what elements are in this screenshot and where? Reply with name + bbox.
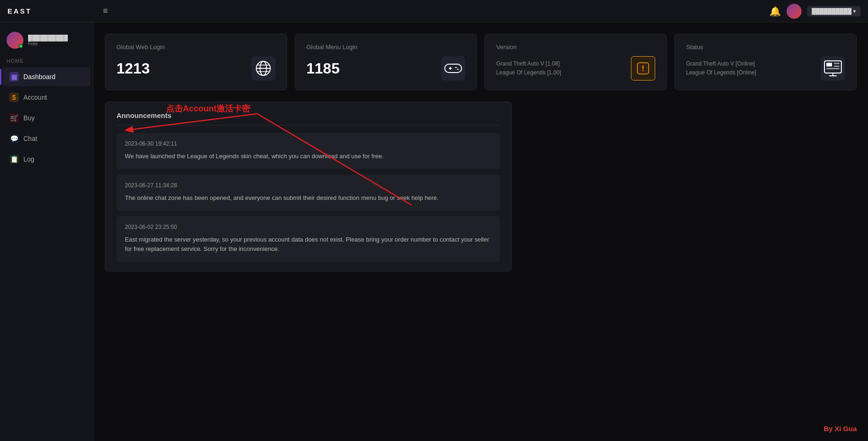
stat-card-status: Status Grand Theft Auto V [Online] Leagu…: [674, 34, 857, 90]
stat-text: Grand Theft Auto V [1.08] League Of Lege…: [496, 59, 561, 77]
version-line-2: League Of Legends [1.00]: [496, 68, 561, 77]
content-area: 点击Account激活卡密 Global Web Login 1213: [94, 22, 868, 441]
header-right: 🔔 ██████████ ▾: [769, 4, 861, 19]
warning-icon: !: [631, 56, 655, 81]
stat-cards-row: Global Web Login 1213: [105, 34, 857, 90]
footer-credit: By Xi Gua: [824, 425, 857, 433]
buy-icon: 🛒: [9, 113, 19, 123]
log-icon: 📋: [9, 154, 19, 164]
sidebar-item-label: Buy: [23, 114, 35, 122]
sidebar: ██████████ Free Home ▦ Dashboard $ Accou…: [0, 22, 94, 441]
avatar[interactable]: [787, 4, 802, 19]
announcements-panel: Announcements 2023-06-30 19:42:11 We hav…: [105, 102, 512, 272]
account-icon: $: [9, 93, 19, 102]
stat-text: Grand Theft Auto V [Online] League Of Le…: [686, 59, 756, 77]
stat-body: 1213: [116, 56, 275, 81]
stat-body: 1185: [306, 56, 465, 81]
header: EAST ≡ 🔔 ██████████ ▾: [0, 0, 868, 22]
announcement-date: 2023-06-02 23:25:50: [125, 224, 492, 230]
svg-rect-19: [834, 66, 839, 67]
online-dot: [19, 44, 23, 48]
svg-point-12: [457, 69, 459, 70]
announcement-text: The online chat zone has been opened, an…: [125, 193, 492, 203]
sidebar-username: ██████████: [28, 35, 68, 41]
sidebar-item-label: Dashboard: [23, 73, 56, 81]
status-line-2: League Of Legends [Online]: [686, 68, 756, 77]
stat-card-menu-login: Global Menu Login 1185: [295, 34, 477, 90]
sidebar-item-label: Chat: [23, 135, 37, 142]
menu-icon[interactable]: ≡: [103, 6, 108, 16]
username-display[interactable]: ██████████ ▾: [807, 6, 861, 16]
announcement-text: We have launched the League of Legends s…: [125, 152, 492, 162]
status-icon: [821, 56, 845, 81]
stat-title: Global Web Login: [116, 44, 275, 51]
announcement-item: 2023-06-02 23:25:50 East migrated the se…: [116, 216, 500, 262]
sidebar-item-dashboard[interactable]: ▦ Dashboard: [0, 67, 93, 87]
sidebar-section-label: Home: [0, 55, 93, 66]
notification-icon[interactable]: 🔔: [769, 6, 781, 17]
avatar: [7, 32, 23, 49]
announcement-date: 2023-06-27 11:34:28: [125, 182, 492, 189]
sidebar-user: ██████████ Free: [0, 27, 93, 53]
gamepad-icon: [441, 56, 465, 81]
svg-point-11: [456, 67, 457, 68]
stat-body: Grand Theft Auto V [Online] League Of Le…: [686, 56, 845, 81]
sidebar-item-label: Log: [23, 155, 34, 163]
sidebar-item-buy[interactable]: 🛒 Buy: [0, 108, 93, 128]
svg-rect-16: [826, 63, 832, 66]
stat-body: Grand Theft Auto V [1.08] League Of Lege…: [496, 56, 655, 81]
sidebar-item-chat[interactable]: 💬 Chat: [0, 129, 93, 148]
sidebar-item-log[interactable]: 📋 Log: [0, 149, 93, 169]
dashboard-icon: ▦: [9, 72, 19, 81]
main-layout: ██████████ Free Home ▦ Dashboard $ Accou…: [0, 22, 868, 441]
announcement-item: 2023-06-27 11:34:28 The online chat zone…: [116, 175, 500, 211]
status-line-1: Grand Theft Auto V [Online]: [686, 59, 756, 68]
sidebar-item-label: Account: [23, 94, 47, 101]
plan-badge: Free: [28, 41, 68, 46]
svg-rect-18: [834, 63, 839, 64]
svg-rect-8: [445, 64, 462, 73]
stat-title: Global Menu Login: [306, 44, 465, 51]
stat-card-web-login: Global Web Login 1213: [105, 34, 287, 90]
sidebar-item-account[interactable]: $ Account: [0, 88, 93, 107]
stat-card-version: Version Grand Theft Auto V [1.08] League…: [485, 34, 667, 90]
chat-icon: 💬: [9, 134, 19, 143]
stat-title: Status: [686, 44, 845, 51]
announcement-text: East migrated the server yesterday, so y…: [125, 235, 492, 255]
globe-icon: [251, 56, 275, 81]
stat-value: 1185: [306, 60, 340, 77]
version-line-1: Grand Theft Auto V [1.08]: [496, 59, 561, 68]
logo: EAST: [7, 7, 32, 15]
svg-rect-17: [826, 68, 839, 69]
announcements-title: Announcements: [116, 111, 500, 125]
sidebar-user-info: ██████████ Free: [28, 35, 68, 46]
svg-text:!: !: [642, 65, 644, 73]
stat-title: Version: [496, 44, 655, 51]
stat-value: 1213: [116, 60, 150, 77]
announcement-date: 2023-06-30 19:42:11: [125, 140, 492, 147]
announcement-item: 2023-06-30 19:42:11 We have launched the…: [116, 133, 500, 169]
